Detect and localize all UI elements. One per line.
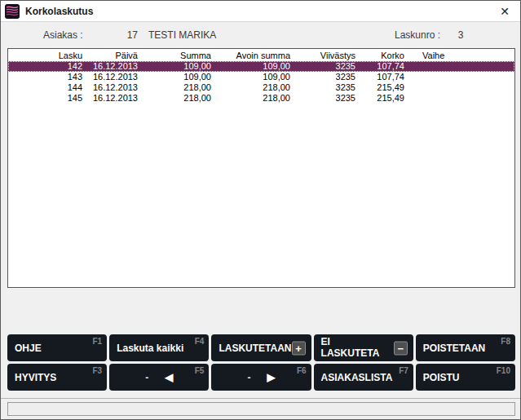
asiakas-number: 17 [107,29,138,41]
fkey-label: F8 [501,337,510,346]
cell-paiva: 16.12.2013 [86,61,141,72]
table-row[interactable]: 142 16.12.2013 109,00 109,00 3235 107,74 [8,61,514,72]
col-lasku: Lasku [8,50,86,61]
button-label: OHJE [15,343,42,354]
customer-header: Asiakas : 17 TESTI MARIKA Laskunro : 3 [1,23,520,47]
cell-avoin-summa: 109,00 [214,61,294,72]
status-bar [7,402,515,416]
col-paiva: Päivä [86,50,141,61]
cell-lasku: 145 [8,93,86,104]
cell-summa: 218,00 [141,82,214,93]
col-viivastys: Viivästys [294,50,359,61]
button-panel: OHJE F1 Laskuta kaikki F4 LASKUTETAAN + … [7,334,515,391]
cell-korko: 215,49 [359,82,408,93]
cell-lasku: 143 [8,72,86,82]
ei-laskuteta-button[interactable]: EI LASKUTETA − [314,334,413,361]
cell-paiva: 16.12.2013 [86,93,141,104]
minus-icon: − [394,341,408,355]
cell-avoin-summa: 218,00 [214,93,294,104]
cell-summa: 109,00 [141,72,214,82]
button-label: POISTU [423,372,460,383]
fkey-label: F5 [195,366,205,375]
korkolaskutus-window: Korkolaskutus ✕ Asiakas : 17 TESTI MARIK… [0,0,521,420]
fkey-label: F4 [195,337,205,346]
cell-viivastys: 3235 [294,61,359,72]
cell-avoin-summa: 218,00 [214,82,294,93]
invoice-list-header: Lasku Päivä Summa Avoin summa Viivästys … [8,50,514,61]
left-arrow-icon: ◀ [165,371,173,383]
table-row[interactable]: 144 16.12.2013 218,00 218,00 3235 215,49 [8,82,514,93]
invoice-list: Lasku Päivä Summa Avoin summa Viivästys … [7,48,515,288]
button-label: Laskuta kaikki [117,343,183,354]
asiakaslista-button[interactable]: ASIAKASLISTA F7 [314,364,413,391]
cell-lasku: 142 [8,61,86,72]
button-label: LASKUTETAAN [219,343,291,354]
divider [1,398,520,399]
title-bar: Korkolaskutus ✕ [1,1,520,22]
cell-korko: 215,49 [359,93,408,104]
asiakas-name: TESTI MARIKA [148,29,216,41]
window-title: Korkolaskutus [25,6,496,17]
poistetaan-button[interactable]: POISTETAAN F8 [416,334,515,361]
fkey-label: F10 [497,366,510,375]
table-row[interactable]: 143 16.12.2013 109,00 109,00 3235 107,74 [8,72,514,82]
poistu-button[interactable]: POISTU F10 [416,364,515,391]
right-arrow-icon: ▶ [267,371,275,383]
fkey-label: F7 [399,366,408,375]
hyvitys-button[interactable]: HYVITYS F3 [7,364,107,391]
col-vaihe: Vaihe [408,50,514,61]
col-summa: Summa [141,50,214,61]
cell-avoin-summa: 109,00 [214,72,294,82]
ohje-button[interactable]: OHJE F1 [7,334,107,361]
cell-summa: 218,00 [141,93,214,104]
previous-button[interactable]: - ◀ F5 [109,364,209,391]
col-korko: Korko [359,50,408,61]
cell-lasku: 144 [8,82,86,93]
plus-icon: + [292,341,306,355]
laskunro-label: Laskunro : [395,29,440,41]
cell-paiva: 16.12.2013 [86,82,141,93]
cell-korko: 107,74 [359,72,408,82]
button-label: HYVITYS [15,372,56,383]
cell-summa: 109,00 [141,61,214,72]
asiakas-label: Asiakas : [43,29,83,41]
button-label: ASIAKASLISTA [321,372,393,383]
table-row[interactable]: 145 16.12.2013 218,00 218,00 3235 215,49 [8,93,514,104]
cell-viivastys: 3235 [294,72,359,82]
fkey-label: F6 [297,366,307,375]
cell-viivastys: 3235 [294,93,359,104]
laskuta-kaikki-button[interactable]: Laskuta kaikki F4 [109,334,209,361]
button-label: - [145,372,148,383]
close-icon[interactable]: ✕ [496,3,514,20]
cell-korko: 107,74 [359,61,408,72]
col-avoin-summa: Avoin summa [214,50,294,61]
button-label: POISTETAAN [423,343,485,354]
button-label: - [247,372,250,383]
laskutetaan-button[interactable]: LASKUTETAAN + [211,334,311,361]
cell-paiva: 16.12.2013 [86,72,141,82]
fkey-label: F1 [93,337,103,346]
cell-viivastys: 3235 [294,82,359,93]
totals-area: Laskutuslisä : Korkojen summa : 646,46 L… [1,288,520,334]
app-logo-icon [5,4,20,19]
button-label: EI LASKUTETA [321,337,385,360]
laskunro-value: 3 [451,29,470,41]
fkey-label: F3 [93,366,103,375]
next-button[interactable]: - ▶ F6 [211,364,311,391]
